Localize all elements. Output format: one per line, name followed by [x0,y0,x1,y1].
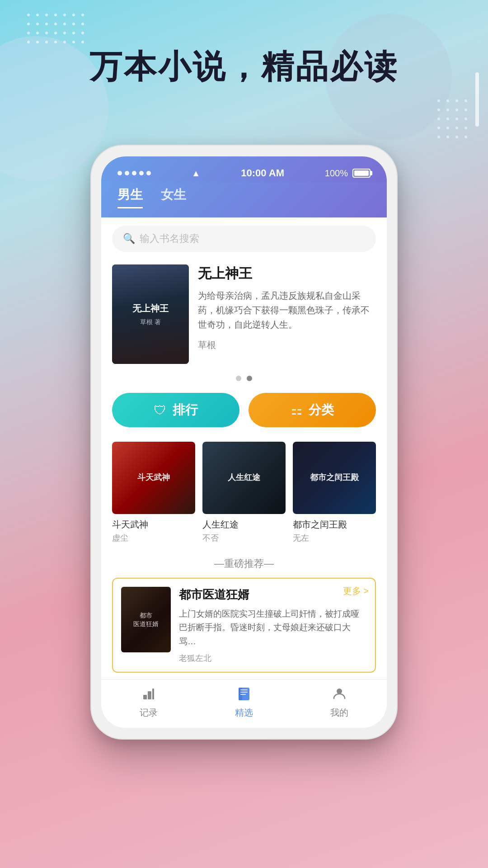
book-grid-item-1[interactable]: 斗天武神 斗天武神 虚尘 [112,442,195,543]
cover-deco-2: 人生红途 [202,442,286,514]
battery-icon [352,169,371,178]
bg-dots-br [437,99,470,141]
recommendation-section: —重磅推荐— 更多 > 都市医道狂婿 都市医道狂婿 上门女婿的医院实习生撞破上司… [101,551,387,679]
rec-divider: —重磅推荐— [112,557,376,571]
rank-label: 排行 [173,401,198,419]
wifi-icon: ▲ [192,168,201,179]
nav-icon-featured [237,686,251,704]
search-icon: 🔍 [123,233,135,245]
svg-rect-5 [240,689,248,690]
featured-card[interactable]: 无上神王 草根 著 无上神王 为给母亲治病，孟凡违反族规私自金山采药，机缘巧合下… [112,264,376,364]
signal-dots [117,171,151,175]
cover-text-2: 人生红途 [225,470,263,486]
rec-cover: 都市医道狂婿 [121,587,171,652]
featured-cover-author: 草根 著 [140,318,161,326]
phone-mockup: ▲ 10:00 AM 100% 男生 女生 🔍 输入书名搜索 [90,145,398,740]
bg-dots-tl [27,14,87,46]
svg-rect-6 [240,692,248,693]
status-right: 100% [325,168,371,179]
svg-rect-0 [143,695,147,699]
search-placeholder-text: 输入书名搜索 [140,232,199,245]
phone-inner: ▲ 10:00 AM 100% 男生 女生 🔍 输入书名搜索 [101,156,387,728]
rec-description: 上门女婿的医院实习生撞破上司奸情，被打成哑巴折断手指。昏迷时刻，丈母娘赶来还破口… [179,607,367,648]
battery-percent: 100% [325,168,348,179]
cover-deco-1: 斗天武神 [112,442,195,514]
category-label: 分类 [309,401,334,419]
book-cover-3: 都市之闰王殿 [293,442,376,514]
featured-author: 草根 [198,339,376,351]
status-time: 10:00 AM [241,167,284,179]
phone-outer: ▲ 10:00 AM 100% 男生 女生 🔍 输入书名搜索 [90,145,398,740]
nav-item-records[interactable]: 记录 [140,686,158,719]
rank-icon: 🛡 [154,403,166,418]
cover-deco-3: 都市之闰王殿 [293,442,376,514]
nav-icon-mine [332,686,347,704]
svg-point-8 [337,689,342,694]
book-grid-item-2[interactable]: 人生红途 人生红途 不否 [202,442,286,543]
bottom-nav: 记录 精选 [101,679,387,728]
book-cover-1: 斗天武神 [112,442,195,514]
rank-button[interactable]: 🛡 排行 [112,393,239,427]
book-name-2: 人生红途 [202,519,286,531]
featured-description: 为给母亲治病，孟凡违反族规私自金山采药，机缘巧合下获得一颗黑色珠子，传承不世奇功… [198,288,376,332]
featured-info: 无上神王 为给母亲治病，孟凡违反族规私自金山采药，机缘巧合下获得一颗黑色珠子，传… [198,264,376,351]
rec-info: 都市医道狂婿 上门女婿的医院实习生撞破上司奸情，被打成哑巴折断手指。昏迷时刻，丈… [179,587,367,664]
svg-rect-7 [240,694,246,695]
pagination-dots [101,368,387,386]
hero-text: 万本小说，精品必读 [0,45,488,89]
rec-cover-text: 都市医道狂婿 [131,609,160,629]
book-grid-item-3[interactable]: 都市之闰王殿 都市之闰王殿 无左 [293,442,376,543]
more-button[interactable]: 更多 > [343,585,369,597]
category-icon: ⚏ [291,403,302,418]
category-button[interactable]: ⚏ 分类 [249,393,376,427]
book-cover-2: 人生红途 [202,442,286,514]
search-bar[interactable]: 🔍 输入书名搜索 [112,226,376,252]
tab-bar: 男生 女生 [101,182,387,217]
cover-text-3: 都市之闰王殿 [307,470,361,486]
nav-icon-records [141,686,156,704]
battery-fill [354,170,369,176]
tab-female[interactable]: 女生 [161,186,186,208]
featured-cover: 无上神王 草根 著 [112,264,189,364]
featured-cover-inner: 无上神王 草根 著 [112,264,189,364]
book-author-1: 虚尘 [112,533,195,543]
nav-label-featured: 精选 [235,707,253,719]
tab-male[interactable]: 男生 [117,186,143,208]
rec-card[interactable]: 更多 > 都市医道狂婿 都市医道狂婿 上门女婿的医院实习生撞破上司奸情，被打成哑… [112,578,376,673]
rec-author: 老狐左北 [179,653,367,664]
book-name-3: 都市之闰王殿 [293,519,376,531]
svg-rect-2 [152,689,154,699]
book-grid: 斗天武神 斗天武神 虚尘 人生红途 人生红途 不否 [101,434,387,551]
nav-label-mine: 我的 [330,707,348,719]
featured-section: 无上神王 草根 著 无上神王 为给母亲治病，孟凡违反族规私自金山采药，机缘巧合下… [101,260,387,368]
svg-rect-1 [148,691,151,699]
dot-2 [247,376,252,381]
cover-text-1: 斗天武神 [135,470,173,486]
nav-item-featured[interactable]: 精选 [235,686,253,719]
nav-item-mine[interactable]: 我的 [330,686,348,719]
action-buttons: 🛡 排行 ⚏ 分类 [101,386,387,434]
search-section: 🔍 输入书名搜索 [101,217,387,260]
rec-title: 都市医道狂婿 [179,587,367,603]
featured-title: 无上神王 [198,264,376,283]
dot-1 [236,376,241,381]
book-author-2: 不否 [202,533,286,543]
nav-label-records: 记录 [140,707,158,719]
book-author-3: 无左 [293,533,376,543]
book-name-1: 斗天武神 [112,519,195,531]
featured-cover-title: 无上神王 [132,302,169,315]
status-bar: ▲ 10:00 AM 100% [101,156,387,182]
